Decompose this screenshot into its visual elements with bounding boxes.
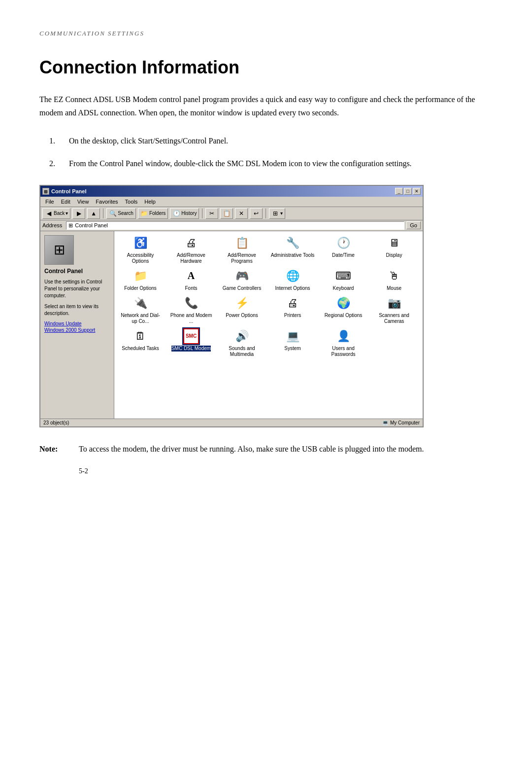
cp-icon-label-22: Users and Passwords [321, 346, 366, 357]
cp-icon-img-17: 📷 [386, 295, 402, 311]
menu-favorites[interactable]: Favorites [93, 198, 121, 206]
cp-icon-1[interactable]: 🖨Add/Remove Hardware [169, 235, 213, 264]
menu-bar: File Edit View Favorites Tools Help [40, 197, 423, 207]
cp-icon-label-6: Folder Options [124, 285, 157, 291]
search-button[interactable]: 🔍 Search [106, 208, 136, 219]
go-button[interactable]: Go [406, 221, 421, 229]
cp-icon-0[interactable]: ♿Accessibility Options [118, 235, 163, 264]
windows-support-link[interactable]: Windows 2000 Support [44, 327, 110, 333]
search-icon: 🔍 [109, 210, 117, 217]
address-field[interactable]: ⊞ Control Panel [66, 221, 404, 230]
window-controls[interactable]: _ □ ✕ [395, 188, 421, 195]
page-title: Connection Information [39, 57, 493, 78]
cp-icon-3[interactable]: 🔧Administrative Tools [270, 235, 315, 264]
cp-icon-6[interactable]: 📁Folder Options [118, 268, 163, 291]
step-2-text: From the Control Panel window, double-cl… [69, 157, 493, 170]
cp-icon-10[interactable]: ⌨Keyboard [321, 268, 366, 291]
window-title: ⊞ Control Panel [42, 188, 87, 195]
forward-icon: ▶ [75, 210, 83, 217]
address-label: Address [42, 222, 62, 228]
control-panel-screenshot: ⊞ Control Panel _ □ ✕ File Edit View Fav… [39, 185, 424, 427]
cp-icon-label-11: Mouse [387, 285, 401, 291]
back-button[interactable]: ◀ Back ▾ [42, 208, 70, 219]
note-text: To access the modem, the driver must be … [79, 442, 493, 456]
cp-icon-19[interactable]: SMCSMC DSL Modem [169, 328, 213, 357]
cp-icon-img-22: 👤 [335, 328, 351, 344]
address-bar: Address ⊞ Control Panel Go [40, 220, 423, 231]
cp-icon-img-3: 🔧 [285, 235, 300, 251]
cp-icon-img-0: ♿ [133, 235, 148, 251]
window-title-text: Control Panel [51, 188, 87, 194]
cp-icon-img-20: 🔊 [234, 328, 250, 344]
cp-icon-2[interactable]: 📋Add/Remove Programs [220, 235, 264, 264]
status-bar: 23 object(s) 💻 My Computer [40, 419, 423, 426]
cp-icon-label-16: Regional Options [325, 313, 363, 318]
copy-button[interactable]: 📋 [220, 208, 233, 219]
up-button[interactable]: ▲ [87, 208, 100, 219]
sidebar-desc-1: Use the settings in Control Panel to per… [44, 279, 110, 299]
cp-icon-21[interactable]: 💻System [270, 328, 315, 357]
up-icon: ▲ [90, 210, 98, 217]
my-computer-label: My Computer [390, 420, 420, 425]
cp-icon-label-21: System [284, 346, 300, 352]
menu-view[interactable]: View [74, 198, 92, 206]
cp-icon-5[interactable]: 🖥Display [372, 235, 416, 264]
my-computer-icon: 💻 [382, 420, 388, 425]
menu-file[interactable]: File [42, 198, 57, 206]
views-icon: ⊞ [271, 210, 279, 217]
history-button[interactable]: 🕐 History [170, 208, 199, 219]
menu-help[interactable]: Help [141, 198, 159, 206]
delete-button[interactable]: ✕ [235, 208, 248, 219]
views-button[interactable]: ⊞ ▾ [269, 208, 285, 219]
cp-icon-8[interactable]: 🎮Game Controllers [220, 268, 264, 291]
cp-icon-label-1: Add/Remove Hardware [169, 252, 213, 264]
menu-edit[interactable]: Edit [58, 198, 73, 206]
windows-update-link[interactable]: Windows Update [44, 321, 110, 326]
cp-icon-18[interactable]: 🗓Scheduled Tasks [118, 328, 163, 357]
cp-icon-17[interactable]: 📷Scanners and Cameras [372, 295, 416, 324]
status-count: 23 object(s) [43, 420, 69, 425]
cp-icon-label-19: SMC DSL Modem [171, 346, 211, 352]
cp-icon-22[interactable]: 👤Users and Passwords [321, 328, 366, 357]
cp-icon-img-1: 🖨 [183, 235, 199, 251]
intro-text: The EZ Connect ADSL USB Modem control pa… [39, 93, 493, 119]
toolbar-separator-3 [266, 209, 266, 218]
cp-icon-img-16: 🌍 [335, 295, 351, 311]
close-button[interactable]: ✕ [413, 188, 421, 195]
undo-button[interactable]: ↩ [250, 208, 263, 219]
cp-icon-label-15: Printers [284, 313, 301, 318]
page-number: 5-2 [79, 467, 88, 475]
forward-button[interactable]: ▶ [72, 208, 85, 219]
cp-icon-14[interactable]: ⚡Power Options [220, 295, 264, 324]
cp-icon-4[interactable]: 🕐Date/Time [321, 235, 366, 264]
history-icon: 🕐 [172, 210, 180, 217]
icons-grid: ♿Accessibility Options🖨Add/Remove Hardwa… [118, 235, 419, 357]
cp-icon-img-14: ⚡ [234, 295, 250, 311]
cp-icon-label-17: Scanners and Cameras [372, 313, 416, 324]
cp-icon-7[interactable]: AFonts [169, 268, 213, 291]
cp-icon-img-15: 🖨 [285, 295, 300, 311]
cp-icon-label-0: Accessibility Options [118, 252, 163, 264]
folders-button[interactable]: 📁 Folders [138, 208, 168, 219]
delete-icon: ✕ [237, 210, 245, 217]
address-value: Control Panel [75, 222, 108, 228]
cp-icon-label-3: Administrative Tools [271, 252, 315, 258]
cp-icon-11[interactable]: 🖱Mouse [372, 268, 416, 291]
cp-icon-9[interactable]: 🌐Internet Options [270, 268, 315, 291]
minimize-button[interactable]: _ [395, 188, 403, 195]
folders-icon: 📁 [140, 210, 148, 217]
cp-icon-label-20: Sounds and Multimedia [220, 346, 264, 357]
cp-icon-label-9: Internet Options [275, 285, 310, 291]
cp-icon-13[interactable]: 📞Phone and Modem ... [169, 295, 213, 324]
cp-icon-15[interactable]: 🖨Printers [270, 295, 315, 324]
move-button[interactable]: ✂ [205, 208, 218, 219]
cp-icon-label-12: Network and Dial-up Co... [118, 313, 163, 324]
cp-icon-16[interactable]: 🌍Regional Options [321, 295, 366, 324]
cp-icon-img-18: 🗓 [133, 328, 148, 344]
cp-icon-20[interactable]: 🔊Sounds and Multimedia [220, 328, 264, 357]
menu-tools[interactable]: Tools [122, 198, 141, 206]
cp-icon-12[interactable]: 🔌Network and Dial-up Co... [118, 295, 163, 324]
cp-icon-img-9: 🌐 [285, 268, 300, 284]
history-label: History [181, 211, 197, 216]
maximize-button[interactable]: □ [404, 188, 412, 195]
